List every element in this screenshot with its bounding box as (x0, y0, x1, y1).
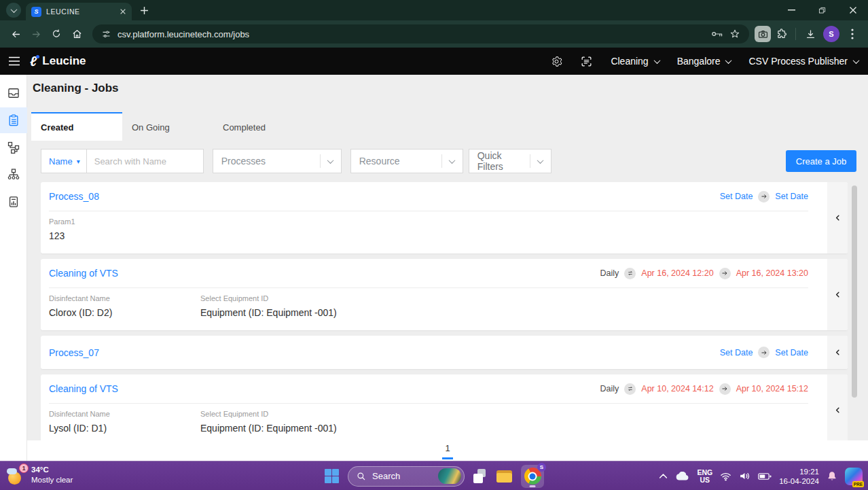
job-name-link[interactable]: Process_08 (49, 191, 715, 202)
job-name-link[interactable]: Cleaning of VTS (49, 268, 595, 279)
site-settings-icon[interactable] (101, 29, 111, 39)
job-schedule: Daily (600, 383, 636, 395)
job-parameter: Disinfectant NameLysol (ID: D1) (49, 410, 200, 434)
job-schedule: Daily (600, 268, 636, 279)
job-parameter: Param1123 (49, 217, 200, 241)
quick-filters-select[interactable]: Quick Filters (469, 149, 551, 173)
notifications-bell-icon[interactable] (827, 470, 837, 482)
browser-tab-strip: S LEUCINE (0, 0, 868, 20)
reload-button[interactable] (46, 24, 67, 44)
job-end-date[interactable]: Set Date (775, 348, 808, 357)
repeat-icon (624, 383, 636, 395)
search-input[interactable] (87, 149, 204, 173)
weather-widget[interactable]: 1 34°C Mostly clear (7, 465, 73, 485)
copilot-icon[interactable]: PRE (845, 468, 863, 485)
collapse-card-button[interactable] (827, 182, 848, 253)
job-name-link[interactable]: Cleaning of VTS (49, 383, 595, 394)
collapse-card-button[interactable] (827, 374, 848, 440)
weather-icon: 1 (7, 465, 26, 485)
date-text: 16-04-2024 (779, 476, 819, 486)
page-number[interactable]: 1 (445, 443, 450, 453)
sidebar-item-hierarchy[interactable] (0, 162, 27, 188)
job-card: Cleaning of VTS Daily Apr 16, 2024 12:20… (41, 259, 848, 330)
settings-gear-icon[interactable] (551, 56, 562, 67)
job-parameter: Select Equipment IDEquipment (ID: Equipm… (200, 410, 352, 434)
hidden-icons-chevron[interactable] (659, 473, 668, 479)
address-bar[interactable]: csv.platform.leucinetech.com/jobs (92, 24, 749, 43)
use-case-menu[interactable]: Cleaning (611, 56, 659, 67)
job-end-date[interactable]: Apr 16, 2024 13:20 (736, 268, 808, 278)
wifi-icon[interactable] (720, 472, 731, 481)
new-tab-button[interactable] (140, 6, 149, 15)
home-button[interactable] (67, 24, 87, 44)
bookmark-star-icon[interactable] (729, 29, 740, 39)
arrow-right-icon (758, 191, 770, 203)
back-button[interactable] (5, 24, 26, 44)
parameter-label: Param1 (49, 217, 187, 226)
file-explorer-button[interactable] (496, 470, 512, 483)
job-end-date[interactable]: Set Date (775, 192, 808, 201)
facility-menu[interactable]: Bangalore (677, 56, 731, 67)
job-start-date[interactable]: Apr 10, 2024 14:12 (641, 384, 713, 393)
taskbar-search[interactable]: Search (348, 466, 465, 487)
tab-completed[interactable]: Completed (213, 112, 304, 141)
parameter-label: Select Equipment ID (200, 294, 338, 302)
sidebar-item-inbox[interactable] (0, 80, 27, 106)
clock[interactable]: 19:21 16-04-2024 (779, 467, 819, 486)
resource-select[interactable]: Resource (350, 149, 463, 173)
job-name-link[interactable]: Process_07 (49, 347, 715, 358)
chrome-profile-badge: S (537, 463, 546, 472)
screenshot-tool-icon[interactable] (755, 26, 771, 42)
chrome-taskbar-button[interactable]: S (521, 465, 544, 488)
job-card: Cleaning of VTS Daily Apr 10, 2024 14:12… (41, 374, 848, 440)
restore-button[interactable] (807, 0, 837, 20)
sidebar-item-processes[interactable] (0, 135, 27, 160)
scrollbar-thumb[interactable] (852, 186, 857, 398)
processes-select[interactable]: Processes (213, 149, 342, 173)
tab-close-icon[interactable] (120, 8, 126, 15)
downloads-icon[interactable] (800, 24, 820, 44)
task-view-button[interactable] (473, 469, 488, 483)
sidebar-item-jobs[interactable] (0, 107, 27, 133)
role-menu[interactable]: CSV Process Publisher (748, 56, 858, 67)
job-start-date[interactable]: Set Date (720, 348, 753, 357)
tab-on-going[interactable]: On Going (122, 112, 213, 141)
collapse-card-button[interactable] (827, 336, 848, 369)
processes-placeholder: Processes (213, 156, 320, 167)
chevron-left-icon (833, 406, 842, 415)
chevron-left-icon (833, 213, 842, 222)
password-key-icon[interactable] (711, 29, 723, 39)
minimize-button[interactable] (776, 0, 807, 20)
job-card: Process_08 Set Date Set Date Param1123 (41, 182, 848, 253)
job-parameters: Disinfectant NameClorox (ID: D2)Select E… (41, 288, 827, 330)
job-start-date[interactable]: Apr 16, 2024 12:20 (641, 268, 713, 278)
forward-button[interactable] (26, 24, 46, 44)
tab-search-button[interactable] (6, 3, 21, 18)
weather-temperature: 34°C (31, 465, 73, 475)
arrow-right-icon (719, 268, 731, 279)
sidebar-item-reports[interactable] (0, 189, 27, 215)
search-field-dropdown[interactable]: Name ▾ (41, 149, 87, 173)
tab-created[interactable]: Created (31, 112, 122, 141)
battery-icon[interactable] (758, 472, 772, 480)
copilot-pre-badge: PRE (852, 481, 864, 487)
start-button[interactable] (325, 469, 339, 483)
volume-icon[interactable] (739, 471, 751, 481)
browser-menu-kebab-icon[interactable] (842, 24, 863, 44)
hamburger-menu-icon[interactable] (8, 56, 20, 66)
search-icon (357, 472, 366, 481)
job-parameter: Disinfectant NameClorox (ID: D2) (49, 294, 200, 318)
extensions-icon[interactable] (771, 24, 791, 44)
job-end-date[interactable]: Apr 10, 2024 15:12 (736, 384, 808, 393)
language-indicator[interactable]: ENG US (697, 469, 712, 484)
close-button[interactable] (837, 0, 868, 20)
onedrive-cloud-icon[interactable] (675, 472, 689, 480)
browser-profile-avatar[interactable]: S (823, 26, 839, 42)
url-text[interactable]: csv.platform.leucinetech.com/jobs (117, 29, 705, 39)
browser-tab[interactable]: S LEUCINE (26, 3, 132, 20)
create-job-button[interactable]: Create a Job (786, 150, 856, 172)
chevron-down-icon (449, 157, 456, 164)
scan-icon[interactable] (580, 55, 593, 68)
job-start-date[interactable]: Set Date (720, 192, 753, 201)
collapse-card-button[interactable] (827, 259, 848, 330)
